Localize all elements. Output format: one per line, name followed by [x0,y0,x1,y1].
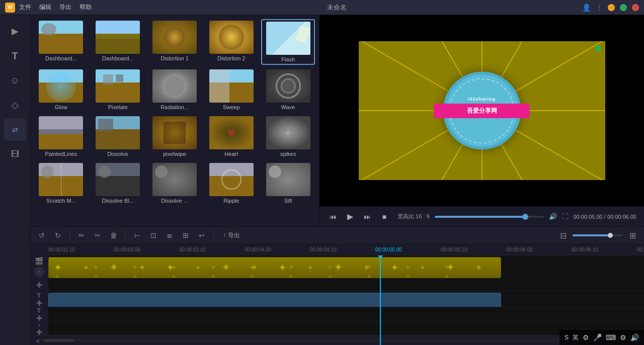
audio-track-row: ♪ ➕ [30,321,644,335]
audio-track-icon: ♪ [38,321,41,328]
sidebar-icon-effects[interactable]: 🎞 [4,143,26,165]
scroll-left-icon[interactable]: ◀ [35,338,39,343]
undo-button[interactable]: ↺ [35,229,48,242]
effect-flash[interactable]: Flash [261,19,315,65]
main-layout: ▶ T ☺ ◇ ⇄ 🎞 Dashboard... [0,15,644,345]
effect-distortion1[interactable]: Distortion 1 [148,19,202,65]
menu-file[interactable]: 文件 [19,3,31,12]
taskbar-icon-7: 🔊 [630,333,639,341]
effect-paintedlines[interactable]: PaintedLines [34,115,88,158]
time-display: 00:00:05.00 / 00:00:06.00 [574,214,636,220]
more-icon[interactable]: ⋮ [596,4,603,12]
video-track-add[interactable]: + [34,267,44,277]
empty-track-row-1: ➕ [30,279,644,291]
crop-button[interactable]: ⊡ [147,229,160,242]
scale-button[interactable]: ⊞ [179,229,192,242]
user-icon[interactable]: 👤 [582,4,591,12]
effect-spikes[interactable]: ✦ spikes [261,115,315,158]
text-clip[interactable] [48,293,501,307]
video-track-label: 🎬 + [30,255,48,278]
timeline-scroll-track[interactable] [39,339,635,342]
effect-dissolve2[interactable]: Dissolve ... [148,161,202,205]
timeline-scroll-thumb[interactable] [44,339,74,342]
prev-frame-button[interactable]: ⏮ [327,211,339,223]
video-track-icon: 🎬 [35,257,43,265]
titlebar-left: W 文件 编辑 导出 帮助 [5,3,92,13]
effect-thumb-distortion2 [209,21,254,54]
delete-button[interactable]: 🗑 [107,229,120,242]
effect-thumb-scratch [39,163,83,196]
align-button[interactable]: ≣ [163,229,176,242]
effect-scratch[interactable]: Scratch M... [34,161,88,205]
audio-track-label: ♪ ➕ [30,321,48,335]
effect-dashboard2[interactable]: Dashboard... [91,19,145,65]
taskbar-icon-1: S [565,334,569,341]
text-track-icon: T [37,292,41,299]
aspect-ratio: 宽高比 16 : 9 [397,213,430,220]
sidebar-icon-media[interactable]: ▶ [4,20,26,42]
effect-pixelwipe[interactable]: pixelwipe [148,115,202,158]
effect-thumb-distortion1 [152,21,197,54]
menu-edit[interactable]: 编辑 [39,3,51,12]
maximize-button[interactable]: □ [620,4,627,11]
effects-panel: Dashboard... Dashboard... Distortion 1 [30,15,319,226]
redo-button[interactable]: ↻ [51,229,64,242]
empty-track-content-2 [48,307,644,321]
ruler-mark-9: 00:00:07.00 [637,247,644,252]
rotate-button[interactable]: ↩ [195,229,208,242]
effect-glow[interactable]: Glow [34,68,88,112]
zoom-out-button[interactable]: ⊟ [556,229,570,242]
effect-dissolve[interactable]: Dissolve [91,115,145,158]
volume-icon[interactable]: 🔊 [549,213,557,220]
preview-canvas: i52sharing ★ 吾爱分享网 [359,41,605,180]
effect-sweep[interactable]: Sweep [204,68,258,112]
split-button[interactable]: ⊢ [131,229,144,242]
export-icon: ↑ [223,232,226,239]
effect-thumb-pixelate [96,69,140,103]
progress-handle[interactable] [522,214,528,220]
timeline-section: ↺ ↻ ✏ ✂ 🗑 ⊢ ⊡ ≣ ⊞ ↩ ↑ 导出 ⊟ [30,226,644,345]
effect-dissolvebl[interactable]: Dissolve Bl... [91,161,145,205]
effect-heart[interactable]: ♥ Heart [204,115,258,158]
zoom-in-button[interactable]: ⊞ [626,229,639,242]
effect-dashboard1[interactable]: Dashboard... [34,19,88,65]
play-button[interactable]: ▶ [344,211,356,223]
empty-track-content-1 [48,279,644,291]
timeline-tracks: 🎬 + ✦ ✦ ✦ ✦ [30,255,644,345]
cut-button[interactable]: ✂ [91,229,104,242]
menu-export[interactable]: 导出 [59,3,71,12]
timeline-ruler: 00:00:02.10 00:00:03.00 00:00:03.10 00:0… [30,244,644,255]
close-button[interactable]: ✕ [632,4,639,11]
titlebar: W 文件 编辑 导出 帮助 未命名 👤 ⋮ ─ □ ✕ [0,0,644,15]
next-frame-button[interactable]: ⏭ [361,211,373,223]
zoom-slider[interactable] [573,234,623,236]
effect-label-ripple: Ripple [223,198,239,204]
effect-radiation[interactable]: Radiation... [148,68,202,112]
toolbar-separator-2 [125,230,126,240]
sidebar-icon-shape[interactable]: ◇ [4,94,26,116]
taskbar-icon-6: ⚙ [620,333,626,341]
pencil-button[interactable]: ✏ [75,229,88,242]
effect-label-dissolve2: Dissolve ... [161,198,188,204]
progress-bar[interactable] [435,216,544,218]
effect-distortion2[interactable]: Distortion 2 [204,19,258,65]
sidebar-icon-text[interactable]: T [4,45,26,67]
menu-bar: 文件 编辑 导出 帮助 [19,3,92,12]
effect-wave[interactable]: Wave [261,68,315,112]
stop-button[interactable]: ■ [378,211,390,223]
effect-sift[interactable]: Sift [261,161,315,205]
effect-pixelate[interactable]: Pixelate [91,68,145,112]
effect-thumb-ripple [209,163,254,196]
effect-thumb-dissolvebl [96,163,140,196]
preview-controls: ⏮ ▶ ⏭ ■ 宽高比 16 : 9 🔊 ⛶ 00:00:05.00 / 00:… [319,206,644,226]
minimize-button[interactable]: ─ [608,4,615,11]
effect-ripple[interactable]: Ripple [204,161,258,205]
export-button[interactable]: ↑ 导出 [219,230,244,241]
effect-label-dissolve: Dissolve [107,151,128,157]
sidebar-icon-face[interactable]: ☺ [4,69,26,92]
video-clip[interactable]: ✦ ✦ ✦ ✦ ✦ ✦ ✦ ✦ ✦ ✦ [48,257,501,278]
fullscreen-icon[interactable]: ⛶ [562,213,569,220]
sidebar-icon-transition[interactable]: ⇄ [4,119,26,141]
effects-grid: Dashboard... Dashboard... Distortion 1 [34,19,315,205]
menu-help[interactable]: 帮助 [79,3,92,12]
